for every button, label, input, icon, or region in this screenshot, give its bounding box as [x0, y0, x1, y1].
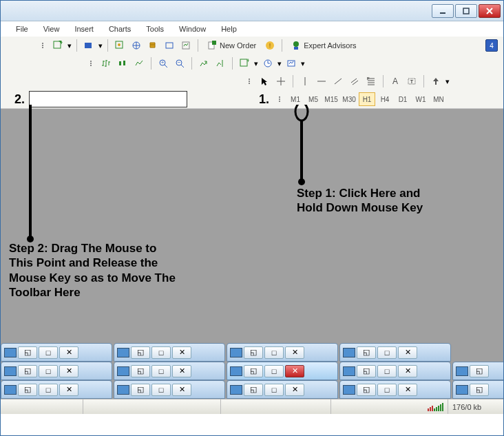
minimized-chart-window[interactable]: ◱□✕ [339, 380, 451, 399]
data-window-icon[interactable] [145, 38, 160, 53]
restore-icon[interactable]: ◱ [18, 365, 37, 377]
line-chart-icon[interactable] [132, 56, 147, 71]
restore-icon[interactable]: ◱ [131, 346, 150, 359]
timeframe-m15[interactable]: M15 [323, 92, 339, 106]
restore-icon[interactable]: ◱ [357, 365, 376, 377]
crosshair-icon[interactable] [273, 74, 288, 89]
zoom-in-icon[interactable]: + [156, 56, 171, 71]
maximize-icon[interactable]: □ [151, 365, 171, 377]
minimized-chart-window[interactable]: ◱ [452, 362, 504, 380]
new-order-button[interactable]: New Order [202, 38, 261, 53]
restore-icon[interactable]: ◱ [18, 384, 37, 396]
menu-file[interactable]: File [9, 23, 35, 35]
menu-tools[interactable]: Tools [139, 23, 171, 35]
text-label-icon[interactable]: T [404, 74, 419, 89]
dropdown-icon[interactable]: ▾ [300, 59, 306, 68]
minimized-chart-window[interactable]: ◱□✕ [1, 362, 112, 380]
toolbar-grip[interactable] [42, 43, 46, 48]
minimized-chart-window[interactable]: ◱□✕ [227, 343, 338, 362]
minimized-chart-window[interactable]: ◱ [452, 380, 504, 399]
restore-icon[interactable]: ◱ [131, 384, 150, 396]
dropdown-icon[interactable]: ▾ [98, 41, 103, 50]
toolbar-grip[interactable] [249, 79, 253, 84]
horizontal-line-icon[interactable] [314, 74, 329, 89]
market-watch-icon[interactable] [112, 38, 127, 53]
terminal-icon[interactable] [162, 38, 177, 53]
timeframe-m1[interactable]: M1 [287, 92, 304, 106]
maximize-icon[interactable]: □ [264, 384, 284, 396]
restore-icon[interactable]: ◱ [470, 365, 489, 377]
close-icon[interactable]: ✕ [285, 346, 304, 359]
timeframe-w1[interactable]: W1 [412, 92, 429, 106]
arrows-icon[interactable] [428, 74, 443, 89]
minimized-chart-window[interactable]: ◱□✕ [339, 343, 451, 362]
indicator-badge[interactable]: 4 [485, 39, 498, 52]
dropdown-icon[interactable]: ▾ [277, 59, 282, 68]
trendline-icon[interactable] [330, 74, 346, 89]
fibonacci-icon[interactable]: F [364, 74, 379, 89]
timeframe-h1[interactable]: H1 [359, 92, 375, 106]
restore-icon[interactable]: ◱ [244, 365, 263, 377]
minimized-chart-window[interactable]: ◱□✕ [114, 380, 225, 399]
candlestick-icon[interactable] [115, 56, 130, 71]
channel-icon[interactable] [347, 74, 362, 89]
bar-chart-icon[interactable] [98, 56, 114, 71]
dropdown-icon[interactable]: ▾ [67, 41, 72, 50]
close-icon[interactable]: ✕ [398, 365, 417, 377]
close-icon[interactable]: ✕ [59, 346, 78, 359]
new-chart-icon[interactable]: + [50, 38, 65, 53]
timeframe-m30[interactable]: M30 [341, 92, 357, 106]
toolbar-drop-target[interactable] [29, 91, 187, 107]
periodicity-icon[interactable] [260, 56, 275, 71]
toolbar-grip-timeframes[interactable] [279, 96, 283, 102]
chart-shift-icon[interactable] [213, 56, 228, 71]
dropdown-icon[interactable]: ▾ [445, 77, 450, 86]
menu-help[interactable]: Help [214, 23, 244, 35]
minimized-chart-window[interactable]: ◱□✕ [114, 343, 225, 362]
close-icon[interactable]: ✕ [59, 384, 78, 396]
toolbar-grip[interactable] [90, 61, 94, 66]
minimized-chart-window[interactable]: ◱□✕ [114, 362, 225, 380]
timeframe-mn[interactable]: MN [430, 92, 447, 106]
maximize-icon[interactable]: □ [264, 346, 284, 359]
close-icon[interactable]: ✕ [172, 384, 191, 396]
indicators-icon[interactable]: + [237, 56, 252, 71]
maximize-button[interactable] [455, 4, 477, 18]
minimized-chart-window[interactable]: ◱□✕ [1, 380, 112, 399]
close-icon[interactable]: ✕ [59, 365, 78, 377]
close-icon[interactable]: ✕ [398, 384, 417, 396]
restore-icon[interactable]: ◱ [131, 365, 150, 377]
restore-icon[interactable]: ◱ [244, 346, 263, 359]
close-icon[interactable]: ✕ [285, 384, 304, 396]
minimized-chart-window[interactable]: ◱□✕ [1, 343, 112, 362]
maximize-icon[interactable]: □ [151, 346, 171, 359]
dropdown-icon[interactable]: ▾ [253, 59, 259, 68]
menu-charts[interactable]: Charts [102, 23, 138, 35]
text-icon[interactable]: A [388, 74, 403, 89]
restore-icon[interactable]: ◱ [357, 384, 376, 396]
maximize-icon[interactable]: □ [377, 365, 397, 377]
timeframe-d1[interactable]: D1 [395, 92, 411, 106]
restore-icon[interactable]: ◱ [244, 384, 263, 396]
close-icon[interactable]: ✕ [398, 346, 417, 359]
close-icon[interactable]: ✕ [285, 365, 304, 377]
templates-icon[interactable] [284, 56, 299, 71]
restore-icon[interactable]: ◱ [18, 346, 37, 359]
auto-scroll-icon[interactable] [196, 56, 211, 71]
maximize-icon[interactable]: □ [377, 346, 397, 359]
vertical-line-icon[interactable] [297, 74, 313, 89]
maximize-icon[interactable]: □ [264, 365, 284, 377]
profiles-icon[interactable] [81, 38, 96, 53]
maximize-icon[interactable]: □ [151, 384, 171, 396]
maximize-icon[interactable]: □ [39, 365, 58, 377]
close-icon[interactable]: ✕ [172, 365, 191, 377]
expert-advisors-button[interactable]: Expert Advisors [286, 38, 361, 53]
minimized-chart-window[interactable]: ◱□✕ [227, 380, 338, 399]
minimized-chart-window[interactable]: ◱□✕ [339, 362, 451, 380]
menu-window[interactable]: Window [172, 23, 213, 35]
menu-view[interactable]: View [36, 23, 67, 35]
zoom-out-icon[interactable]: − [172, 56, 187, 71]
navigator-icon[interactable] [129, 38, 144, 53]
metaquotes-icon[interactable]: ! [262, 38, 277, 53]
restore-icon[interactable]: ◱ [470, 384, 489, 396]
